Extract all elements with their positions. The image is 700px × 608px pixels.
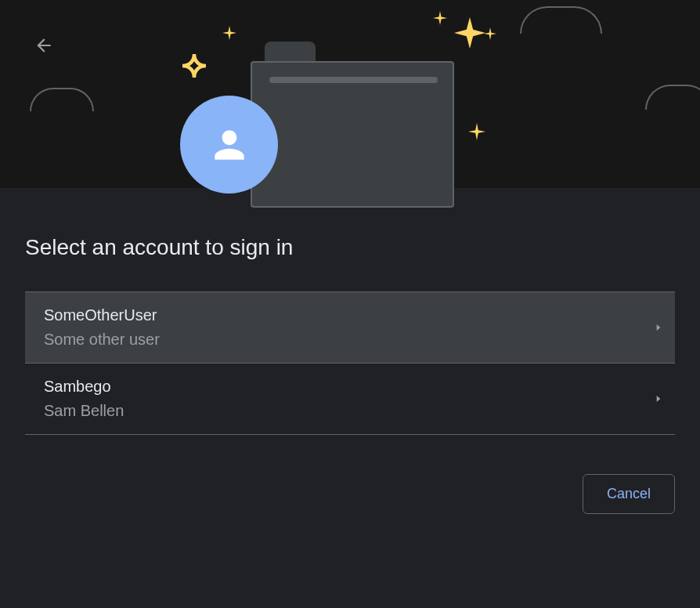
hero-illustration <box>0 0 700 188</box>
sparkle-icon <box>454 17 485 49</box>
account-item[interactable]: SomeOtherUser Some other user <box>25 292 675 364</box>
sparkle-icon <box>180 52 208 80</box>
person-icon <box>207 123 251 167</box>
account-display-name: Sam Bellen <box>44 402 124 420</box>
page-title: Select an account to sign in <box>25 235 675 260</box>
cloud-icon <box>520 6 602 34</box>
sparkle-icon <box>468 123 485 140</box>
account-username: Sambego <box>44 378 124 396</box>
back-button[interactable] <box>31 33 56 58</box>
account-item[interactable]: Sambego Sam Bellen <box>25 364 675 435</box>
cancel-button[interactable]: Cancel <box>583 474 675 514</box>
sparkle-icon <box>433 11 447 25</box>
folder-icon <box>251 42 454 208</box>
sparkle-icon <box>222 26 236 40</box>
account-display-name: Some other user <box>44 331 160 349</box>
sparkle-icon <box>484 27 496 40</box>
account-list: SomeOtherUser Some other user Sambego Sa… <box>25 291 675 435</box>
account-username: SomeOtherUser <box>44 306 160 324</box>
back-arrow-icon <box>34 35 54 56</box>
chevron-right-icon <box>653 322 664 333</box>
cloud-icon <box>645 85 700 110</box>
cloud-icon <box>30 88 94 111</box>
avatar <box>180 96 278 194</box>
chevron-right-icon <box>653 393 664 404</box>
